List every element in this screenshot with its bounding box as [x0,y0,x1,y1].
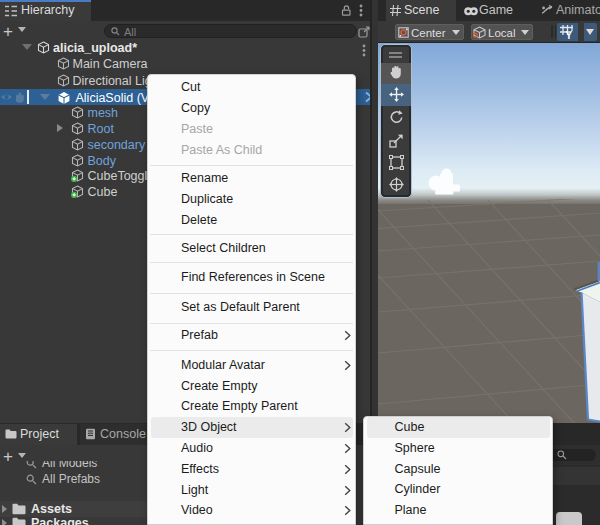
svg-text:Y: Y [566,30,573,40]
